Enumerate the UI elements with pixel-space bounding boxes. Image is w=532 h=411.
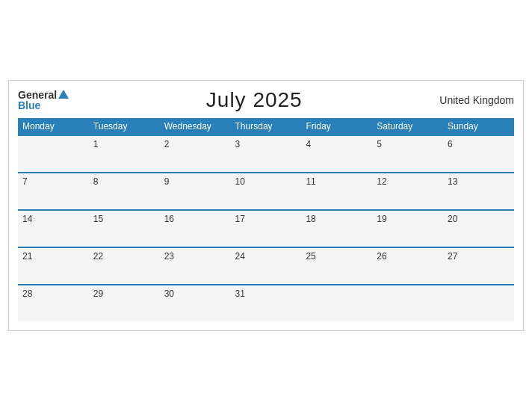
day-cell: 28: [18, 285, 89, 321]
week-row-4: 21222324252627: [18, 247, 514, 285]
day-cell: 21: [18, 247, 89, 285]
calendar-table: Monday Tuesday Wednesday Thursday Friday…: [18, 118, 514, 321]
days-header-row: Monday Tuesday Wednesday Thursday Friday…: [18, 118, 514, 135]
day-cell: 12: [372, 173, 443, 210]
day-cell: 30: [160, 285, 231, 321]
day-cell: 4: [301, 135, 372, 173]
logo-general-text: General: [18, 90, 57, 100]
day-cell: 3: [231, 135, 302, 173]
week-row-2: 78910111213: [18, 173, 514, 210]
day-cell: 24: [231, 247, 302, 285]
day-cell: [443, 285, 514, 321]
col-sunday: Sunday: [443, 118, 514, 135]
region-label: United Kingdom: [439, 94, 514, 106]
col-monday: Monday: [18, 118, 89, 135]
day-cell: 16: [160, 210, 231, 247]
calendar-container: General Blue July 2025 United Kingdom Mo…: [8, 80, 524, 331]
day-cell: 10: [231, 173, 302, 210]
week-row-3: 14151617181920: [18, 210, 514, 247]
day-cell: 6: [443, 135, 514, 173]
day-cell: 19: [372, 210, 443, 247]
calendar-header: General Blue July 2025 United Kingdom: [18, 88, 514, 112]
week-row-1: 123456: [18, 135, 514, 173]
day-cell: 5: [372, 135, 443, 173]
week-row-5: 28293031: [18, 285, 514, 321]
col-friday: Friday: [301, 118, 372, 135]
day-cell: 18: [301, 210, 372, 247]
calendar-body: 1234567891011121314151617181920212223242…: [18, 135, 514, 321]
day-cell: 25: [301, 247, 372, 285]
day-cell: [18, 135, 89, 173]
day-cell: 17: [231, 210, 302, 247]
day-cell: 14: [18, 210, 89, 247]
col-wednesday: Wednesday: [160, 118, 231, 135]
day-cell: [301, 285, 372, 321]
day-cell: 31: [231, 285, 302, 321]
day-cell: 11: [301, 173, 372, 210]
day-cell: 8: [89, 173, 160, 210]
day-cell: 13: [443, 173, 514, 210]
col-thursday: Thursday: [231, 118, 302, 135]
day-cell: 7: [18, 173, 89, 210]
logo-general: General: [18, 90, 69, 100]
logo: General Blue: [18, 90, 69, 111]
month-title: July 2025: [206, 88, 303, 112]
day-cell: 2: [160, 135, 231, 173]
logo-triangle-icon: [58, 90, 69, 99]
day-cell: 15: [89, 210, 160, 247]
col-tuesday: Tuesday: [89, 118, 160, 135]
col-saturday: Saturday: [372, 118, 443, 135]
day-cell: 20: [443, 210, 514, 247]
day-cell: 9: [160, 173, 231, 210]
day-cell: 27: [443, 247, 514, 285]
day-cell: [372, 285, 443, 321]
day-cell: 26: [372, 247, 443, 285]
day-cell: 1: [89, 135, 160, 173]
day-cell: 29: [89, 285, 160, 321]
calendar-thead: Monday Tuesday Wednesday Thursday Friday…: [18, 118, 514, 135]
logo-blue-text: Blue: [18, 100, 40, 111]
day-cell: 23: [160, 247, 231, 285]
day-cell: 22: [89, 247, 160, 285]
